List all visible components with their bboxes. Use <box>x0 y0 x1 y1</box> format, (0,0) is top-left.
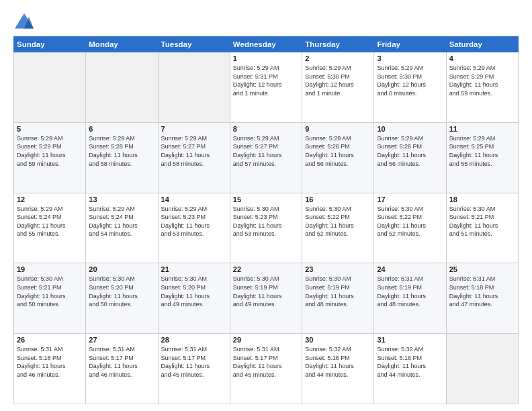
cell-content: Sunrise: 5:29 AMSunset: 5:29 PMDaylight:… <box>449 64 515 97</box>
day-number: 23 <box>305 265 371 273</box>
day-number: 1 <box>233 54 299 62</box>
calendar-cell <box>158 52 230 123</box>
day-number: 3 <box>377 54 443 62</box>
calendar-cell <box>446 334 518 404</box>
calendar-cell: 17Sunrise: 5:30 AMSunset: 5:22 PMDayligh… <box>374 193 446 263</box>
calendar-cell: 6Sunrise: 5:29 AMSunset: 5:28 PMDaylight… <box>86 122 158 193</box>
cell-content: Sunrise: 5:30 AMSunset: 5:19 PMDaylight:… <box>305 275 371 308</box>
header <box>13 12 519 31</box>
cell-content: Sunrise: 5:32 AMSunset: 5:16 PMDaylight:… <box>377 345 443 379</box>
calendar-cell: 4Sunrise: 5:29 AMSunset: 5:29 PMDaylight… <box>446 52 518 123</box>
calendar-cell: 15Sunrise: 5:30 AMSunset: 5:23 PMDayligh… <box>230 193 302 263</box>
day-number: 22 <box>233 265 299 273</box>
week-row-2: 5Sunrise: 5:29 AMSunset: 5:29 PMDaylight… <box>14 122 519 193</box>
calendar-cell: 22Sunrise: 5:30 AMSunset: 5:19 PMDayligh… <box>230 263 302 334</box>
cell-content: Sunrise: 5:31 AMSunset: 5:17 PMDaylight:… <box>233 345 299 379</box>
day-number: 18 <box>449 195 515 203</box>
day-number: 10 <box>377 125 443 133</box>
cell-content: Sunrise: 5:29 AMSunset: 5:26 PMDaylight:… <box>377 134 443 168</box>
cell-content: Sunrise: 5:29 AMSunset: 5:25 PMDaylight:… <box>449 134 515 168</box>
weekday-header-wednesday: Wednesday <box>230 37 302 52</box>
cell-content: Sunrise: 5:29 AMSunset: 5:28 PMDaylight:… <box>89 134 154 168</box>
day-number: 28 <box>161 336 227 344</box>
week-row-4: 19Sunrise: 5:30 AMSunset: 5:21 PMDayligh… <box>14 263 519 334</box>
calendar-cell: 28Sunrise: 5:31 AMSunset: 5:17 PMDayligh… <box>158 334 230 404</box>
day-number: 12 <box>17 195 83 203</box>
cell-content: Sunrise: 5:32 AMSunset: 5:16 PMDaylight:… <box>305 345 371 379</box>
weekday-header-monday: Monday <box>86 37 158 52</box>
logo <box>13 12 38 31</box>
weekday-header-saturday: Saturday <box>446 37 518 52</box>
calendar-table: SundayMondayTuesdayWednesdayThursdayFrid… <box>13 36 519 404</box>
day-number: 19 <box>17 265 83 273</box>
calendar-cell: 31Sunrise: 5:32 AMSunset: 5:16 PMDayligh… <box>374 334 446 404</box>
day-number: 24 <box>377 265 443 273</box>
day-number: 7 <box>161 125 227 133</box>
weekday-header-sunday: Sunday <box>14 37 86 52</box>
cell-content: Sunrise: 5:30 AMSunset: 5:22 PMDaylight:… <box>377 205 443 238</box>
calendar-cell: 1Sunrise: 5:29 AMSunset: 5:31 PMDaylight… <box>230 52 302 123</box>
weekday-header-friday: Friday <box>374 37 446 52</box>
calendar-cell: 26Sunrise: 5:31 AMSunset: 5:18 PMDayligh… <box>14 334 86 404</box>
calendar-cell: 30Sunrise: 5:32 AMSunset: 5:16 PMDayligh… <box>302 334 374 404</box>
cell-content: Sunrise: 5:30 AMSunset: 5:21 PMDaylight:… <box>17 275 83 308</box>
day-number: 15 <box>233 195 299 203</box>
cell-content: Sunrise: 5:31 AMSunset: 5:17 PMDaylight:… <box>161 345 227 379</box>
calendar-cell: 25Sunrise: 5:31 AMSunset: 5:18 PMDayligh… <box>446 263 518 334</box>
day-number: 16 <box>305 195 371 203</box>
calendar-cell: 7Sunrise: 5:29 AMSunset: 5:27 PMDaylight… <box>158 122 230 193</box>
day-number: 8 <box>233 125 299 133</box>
weekday-header-tuesday: Tuesday <box>158 37 230 52</box>
calendar-cell: 10Sunrise: 5:29 AMSunset: 5:26 PMDayligh… <box>374 122 446 193</box>
day-number: 25 <box>449 265 515 273</box>
cell-content: Sunrise: 5:30 AMSunset: 5:20 PMDaylight:… <box>161 275 227 308</box>
cell-content: Sunrise: 5:29 AMSunset: 5:24 PMDaylight:… <box>89 205 154 238</box>
cell-content: Sunrise: 5:29 AMSunset: 5:30 PMDaylight:… <box>305 64 371 97</box>
day-number: 26 <box>17 336 83 344</box>
day-number: 13 <box>89 195 154 203</box>
calendar-cell: 20Sunrise: 5:30 AMSunset: 5:20 PMDayligh… <box>86 263 158 334</box>
calendar-cell: 13Sunrise: 5:29 AMSunset: 5:24 PMDayligh… <box>86 193 158 263</box>
cell-content: Sunrise: 5:29 AMSunset: 5:23 PMDaylight:… <box>161 205 227 238</box>
calendar-cell: 3Sunrise: 5:29 AMSunset: 5:30 PMDaylight… <box>374 52 446 123</box>
calendar-cell: 14Sunrise: 5:29 AMSunset: 5:23 PMDayligh… <box>158 193 230 263</box>
day-number: 5 <box>17 125 83 133</box>
week-row-1: 1Sunrise: 5:29 AMSunset: 5:31 PMDaylight… <box>14 52 519 123</box>
calendar-cell: 24Sunrise: 5:31 AMSunset: 5:19 PMDayligh… <box>374 263 446 334</box>
day-number: 14 <box>161 195 227 203</box>
cell-content: Sunrise: 5:29 AMSunset: 5:27 PMDaylight:… <box>233 134 299 168</box>
cell-content: Sunrise: 5:30 AMSunset: 5:21 PMDaylight:… <box>449 205 515 238</box>
weekday-header-row: SundayMondayTuesdayWednesdayThursdayFrid… <box>14 37 519 52</box>
calendar-cell: 27Sunrise: 5:31 AMSunset: 5:17 PMDayligh… <box>86 334 158 404</box>
cell-content: Sunrise: 5:31 AMSunset: 5:18 PMDaylight:… <box>17 345 83 379</box>
day-number: 27 <box>89 336 154 344</box>
day-number: 2 <box>305 54 371 62</box>
calendar-cell: 12Sunrise: 5:29 AMSunset: 5:24 PMDayligh… <box>14 193 86 263</box>
calendar-cell: 19Sunrise: 5:30 AMSunset: 5:21 PMDayligh… <box>14 263 86 334</box>
day-number: 21 <box>161 265 227 273</box>
calendar-cell: 8Sunrise: 5:29 AMSunset: 5:27 PMDaylight… <box>230 122 302 193</box>
cell-content: Sunrise: 5:29 AMSunset: 5:29 PMDaylight:… <box>17 134 83 168</box>
day-number: 9 <box>305 125 371 133</box>
calendar-cell: 29Sunrise: 5:31 AMSunset: 5:17 PMDayligh… <box>230 334 302 404</box>
week-row-5: 26Sunrise: 5:31 AMSunset: 5:18 PMDayligh… <box>14 334 519 404</box>
calendar-cell <box>86 52 158 123</box>
cell-content: Sunrise: 5:29 AMSunset: 5:27 PMDaylight:… <box>161 134 227 168</box>
calendar-cell: 21Sunrise: 5:30 AMSunset: 5:20 PMDayligh… <box>158 263 230 334</box>
day-number: 6 <box>89 125 154 133</box>
cell-content: Sunrise: 5:30 AMSunset: 5:22 PMDaylight:… <box>305 205 371 238</box>
weekday-header-thursday: Thursday <box>302 37 374 52</box>
cell-content: Sunrise: 5:31 AMSunset: 5:19 PMDaylight:… <box>377 275 443 308</box>
cell-content: Sunrise: 5:29 AMSunset: 5:30 PMDaylight:… <box>377 64 443 97</box>
cell-content: Sunrise: 5:29 AMSunset: 5:26 PMDaylight:… <box>305 134 371 168</box>
calendar-cell: 5Sunrise: 5:29 AMSunset: 5:29 PMDaylight… <box>14 122 86 193</box>
cell-content: Sunrise: 5:31 AMSunset: 5:18 PMDaylight:… <box>449 275 515 308</box>
cell-content: Sunrise: 5:30 AMSunset: 5:20 PMDaylight:… <box>89 275 154 308</box>
day-number: 17 <box>377 195 443 203</box>
day-number: 11 <box>449 125 515 133</box>
calendar-cell: 9Sunrise: 5:29 AMSunset: 5:26 PMDaylight… <box>302 122 374 193</box>
calendar-cell: 16Sunrise: 5:30 AMSunset: 5:22 PMDayligh… <box>302 193 374 263</box>
calendar-cell: 23Sunrise: 5:30 AMSunset: 5:19 PMDayligh… <box>302 263 374 334</box>
logo-icon <box>13 12 35 31</box>
page: SundayMondayTuesdayWednesdayThursdayFrid… <box>0 0 532 411</box>
